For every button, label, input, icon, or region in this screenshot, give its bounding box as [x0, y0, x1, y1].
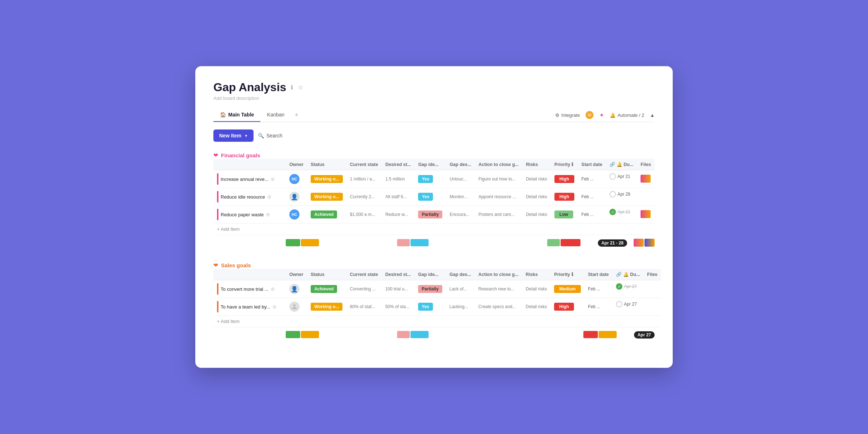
- sales-icon: ❤: [213, 262, 218, 269]
- status-badge: Achieved: [311, 210, 337, 218]
- risks-cell: Detail risks: [522, 280, 551, 298]
- col-gap-idea-fin: Gap ide...: [414, 159, 446, 170]
- star-button[interactable]: ☆: [297, 83, 304, 92]
- col-owner-fin: Owner: [286, 159, 307, 170]
- row-label-cell: Reduce paper waste ⊕: [213, 206, 286, 224]
- tab-add-button[interactable]: +: [291, 109, 302, 122]
- due-date-text: Apr 21: [617, 174, 630, 179]
- col-files-fin: Files: [637, 159, 655, 170]
- financial-summary-row: Apr 21 - 28: [286, 235, 655, 250]
- col-item-sales: [213, 269, 286, 280]
- search-button[interactable]: 🔍 Search: [258, 133, 282, 139]
- file-thumb: [641, 175, 651, 183]
- due-check-empty: [616, 301, 622, 307]
- table-row: To convert more trial ... ⊕ 👤 Achieved C…: [213, 280, 661, 298]
- sales-gap-bar-pink: [397, 331, 410, 338]
- integration-icon-shape: ✦: [599, 112, 604, 119]
- automate-button[interactable]: 🔔 Automate / 2: [610, 112, 644, 118]
- gap-badge: Yes: [418, 175, 433, 183]
- status-badge: Working o...: [311, 303, 342, 311]
- row-label-cell: To have a team led by... ⊕: [213, 298, 286, 316]
- fin-status-bar-green: [286, 239, 300, 246]
- gap-badge: Yes: [418, 193, 433, 201]
- avatar: HC: [289, 209, 299, 220]
- status-badge: Working o...: [311, 175, 342, 183]
- board-description[interactable]: Add board description: [213, 95, 655, 101]
- desired-state-cell: All staff 6...: [382, 188, 414, 206]
- owner-cell: HC: [286, 170, 307, 188]
- gap-desc-cell: Untouc...: [446, 170, 475, 188]
- start-date-cell: Feb ...: [584, 298, 613, 316]
- col-desired-fin: Desired st...: [382, 159, 414, 170]
- gap-badge: Partially: [418, 285, 442, 293]
- sales-priority-bar-red: [583, 331, 598, 338]
- integrate-button[interactable]: ⚙ Integrate: [555, 112, 580, 118]
- priority-cell: High: [551, 170, 578, 188]
- financial-table: Owner Status Current state Desired st...…: [213, 159, 655, 235]
- new-item-button[interactable]: New Item ▼: [213, 129, 254, 142]
- col-gap-desc-fin: Gap des...: [446, 159, 475, 170]
- tabs-right: ⚙ Integrate M ✦ 🔔 Automate / 2 ▲: [555, 111, 655, 119]
- add-item-row[interactable]: + Add Item: [213, 224, 655, 235]
- new-item-chevron-icon: ▼: [244, 134, 248, 138]
- due-date-cell: Apr 28: [606, 188, 637, 200]
- desired-state-cell: 50% of sta...: [382, 298, 414, 316]
- fin-file-thumb-1: [634, 239, 644, 247]
- due-date-text: Apr 27: [624, 302, 637, 307]
- due-date-text: Apr 27: [624, 284, 637, 289]
- financial-section-title: Financial goals: [221, 152, 260, 158]
- search-icon: 🔍: [258, 133, 264, 139]
- due-date-text: Apr 28: [617, 192, 630, 197]
- risks-cell: Detail risks: [522, 206, 551, 224]
- action-cell: Create specs and...: [475, 298, 522, 316]
- row-color-bar: [217, 301, 218, 312]
- add-item-label[interactable]: + Add Item: [213, 316, 661, 327]
- priority-cell: High: [550, 298, 584, 316]
- row-color-bar: [217, 209, 218, 220]
- action-cell: Research new to...: [475, 280, 522, 298]
- tab-kanban[interactable]: Kanban: [260, 108, 291, 122]
- tabs-left: 🏠 Main Table Kanban +: [213, 108, 302, 122]
- col-status-fin: Status: [307, 159, 346, 170]
- desired-state-cell: 1.5 million: [382, 170, 414, 188]
- avatar-person: 👤: [289, 192, 299, 202]
- owner-cell: [286, 298, 307, 316]
- tab-main-table[interactable]: 🏠 Main Table: [213, 108, 260, 122]
- col-priority-sales: Priority ℹ: [550, 269, 584, 280]
- start-date-cell: Feb ...: [578, 206, 606, 224]
- due-date-cell: Apr 27: [612, 298, 643, 310]
- status-cell: Achieved: [307, 206, 346, 224]
- priority-cell: Medium: [550, 280, 584, 298]
- integration-icon-2[interactable]: ✦: [599, 112, 604, 119]
- fin-priority-bar-green: [547, 239, 560, 246]
- add-row-icon[interactable]: ⊕: [267, 194, 272, 200]
- col-link-fin: 🔗 🔔 Du...: [606, 159, 637, 170]
- toolbar-row: New Item ▼ 🔍 Search: [213, 129, 655, 142]
- add-item-label[interactable]: + Add Item: [213, 224, 655, 235]
- due-date-text: Apr 21: [617, 209, 630, 214]
- gap-idea-cell: Yes: [414, 298, 446, 316]
- files-cell: [643, 298, 661, 316]
- gap-idea-cell: Yes: [414, 170, 446, 188]
- row-label-cell: To convert more trial ... ⊕: [213, 280, 286, 298]
- automate-icon: 🔔: [610, 112, 616, 118]
- add-row-icon[interactable]: ⊕: [271, 286, 275, 292]
- collapse-button[interactable]: ▲: [650, 112, 655, 118]
- row-label: Reduce paper waste: [221, 212, 264, 217]
- col-risks-sales: Risks: [522, 269, 551, 280]
- add-row-icon[interactable]: ⊕: [272, 304, 277, 310]
- gap-desc-cell: Lack of...: [446, 280, 475, 298]
- gap-idea-cell: Yes: [414, 188, 446, 206]
- files-cell: [637, 206, 655, 224]
- info-button[interactable]: ℹ: [290, 83, 294, 92]
- gap-badge: Yes: [418, 303, 433, 311]
- start-date-cell: Feb ...: [578, 188, 606, 206]
- fin-priority-bar-red: [561, 239, 580, 246]
- gap-badge: Partially: [418, 210, 442, 218]
- add-item-row[interactable]: + Add Item: [213, 316, 661, 327]
- add-row-icon[interactable]: ⊕: [271, 176, 275, 182]
- due-check-done: ✓: [609, 209, 616, 215]
- add-row-icon[interactable]: ⊕: [266, 212, 270, 217]
- mail-icon-button[interactable]: M: [586, 111, 593, 119]
- files-cell: [637, 170, 655, 188]
